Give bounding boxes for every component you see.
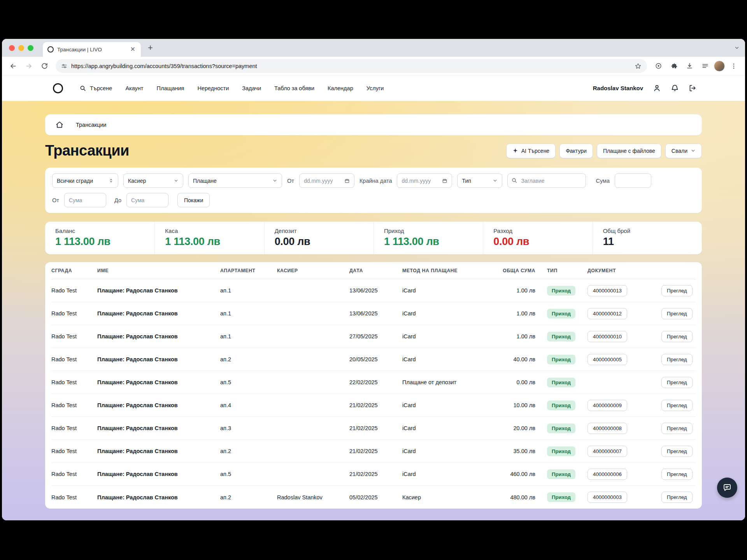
apartment-link[interactable]: ап.2 <box>220 356 231 362</box>
browser-profile-avatar[interactable] <box>714 61 725 72</box>
nav-item-акаунт[interactable]: Акаунт <box>125 85 143 91</box>
invoices-button[interactable]: Фактури <box>559 144 593 158</box>
amount-to-input[interactable] <box>126 193 168 207</box>
view-button[interactable]: Преглед <box>661 377 693 388</box>
document-button[interactable]: 4000000006 <box>587 469 627 480</box>
transaction-name-link[interactable]: Плащане: Радослав Станков <box>97 310 178 317</box>
tab-close-icon[interactable]: ✕ <box>129 46 137 53</box>
building-link[interactable]: Rado Test <box>51 448 77 454</box>
minimize-window-button[interactable] <box>18 45 24 51</box>
nav-item-табло-за-обяви[interactable]: Табло за обяви <box>274 85 314 91</box>
view-button[interactable]: Преглед <box>661 446 693 457</box>
home-icon[interactable] <box>56 121 63 129</box>
building-link[interactable]: Rado Test <box>51 379 77 385</box>
transaction-name-link[interactable]: Плащане: Радослав Станков <box>97 287 178 294</box>
notifications-bell-icon[interactable] <box>671 84 679 92</box>
apartment-link[interactable]: ап.1 <box>220 333 231 340</box>
back-icon[interactable] <box>7 60 20 73</box>
ai-search-button[interactable]: AI Търсене <box>506 144 556 158</box>
view-button[interactable]: Преглед <box>661 492 693 503</box>
user-name[interactable]: Radoslav Stankov <box>593 85 643 91</box>
date-from-input[interactable]: dd.mm.yyyy <box>299 173 354 188</box>
zoom-window-button[interactable] <box>28 45 33 51</box>
cashier-link[interactable]: Radoslav Stankov <box>277 494 323 500</box>
forward-icon[interactable] <box>22 60 35 73</box>
date-to-input[interactable]: dd.mm.yyyy <box>397 173 452 188</box>
document-button[interactable]: 4000000008 <box>587 423 627 434</box>
transaction-name-link[interactable]: Плащане: Радослав Станков <box>97 425 178 431</box>
view-button[interactable]: Преглед <box>661 400 693 411</box>
transaction-name-link[interactable]: Плащане: Радослав Станков <box>97 494 178 500</box>
url-bar[interactable]: https://app.angrybuilding.com/accounts/3… <box>56 59 647 73</box>
document-button[interactable]: 4000000013 <box>587 285 627 296</box>
building-link[interactable]: Rado Test <box>51 425 77 431</box>
document-button[interactable]: 4000000003 <box>587 492 627 503</box>
new-tab-button[interactable]: + <box>146 43 155 53</box>
document-button[interactable]: 4000000007 <box>587 446 627 457</box>
apartment-link[interactable]: ап.5 <box>220 379 231 385</box>
apartment-link[interactable]: ап.2 <box>220 448 231 454</box>
transaction-name-link[interactable]: Плащане: Радослав Станков <box>97 379 178 385</box>
transaction-name-link[interactable]: Плащане: Радослав Станков <box>97 402 178 408</box>
browser-tab[interactable]: Трансакции | LIVO ✕ <box>43 42 141 57</box>
search-lens-icon[interactable] <box>652 60 665 73</box>
document-button[interactable]: 4000000010 <box>587 331 627 342</box>
reading-list-icon[interactable] <box>698 60 712 73</box>
nav-item-услуги[interactable]: Услуги <box>366 85 384 91</box>
building-link[interactable]: Rado Test <box>51 494 77 500</box>
building-link[interactable]: Rado Test <box>51 471 77 477</box>
nav-item-задачи[interactable]: Задачи <box>242 85 261 91</box>
nav-item-календар[interactable]: Календар <box>328 85 353 91</box>
close-window-button[interactable] <box>9 45 15 51</box>
building-link[interactable]: Rado Test <box>51 356 77 362</box>
view-button[interactable]: Преглед <box>661 308 693 319</box>
type-select[interactable]: Тип <box>457 173 502 188</box>
document-button[interactable]: 4000000005 <box>587 354 627 365</box>
amount-input[interactable] <box>615 173 651 188</box>
download-menu-button[interactable]: Свали <box>665 144 702 158</box>
chat-fab-button[interactable] <box>717 478 737 498</box>
building-link[interactable]: Rado Test <box>51 402 77 408</box>
apartment-link[interactable]: ап.4 <box>220 402 231 408</box>
view-button[interactable]: Преглед <box>661 469 693 480</box>
transaction-name-link[interactable]: Плащане: Радослав Станков <box>97 448 178 454</box>
transaction-name-link[interactable]: Плащане: Радослав Станков <box>97 333 178 340</box>
view-button[interactable]: Преглед <box>661 423 693 434</box>
pay-with-files-button[interactable]: Плащане с файлове <box>597 144 661 158</box>
tab-search-chevron-icon[interactable] <box>734 45 740 51</box>
building-link[interactable]: Rado Test <box>51 333 77 340</box>
reload-icon[interactable] <box>38 60 51 73</box>
url-text[interactable]: https://app.angrybuilding.com/accounts/3… <box>71 63 631 69</box>
view-button[interactable]: Преглед <box>661 285 693 296</box>
download-icon[interactable] <box>683 60 696 73</box>
apartment-link[interactable]: ап.3 <box>220 425 231 431</box>
title-search-input[interactable] <box>507 173 586 188</box>
amount-from-input[interactable] <box>64 193 106 207</box>
apartment-link[interactable]: ап.1 <box>220 287 231 294</box>
document-button[interactable]: 4000000012 <box>587 308 627 319</box>
apartment-link[interactable]: ап.5 <box>220 471 231 477</box>
payment-select[interactable]: Плащане <box>188 173 282 188</box>
document-button[interactable]: 4000000009 <box>587 400 627 411</box>
building-select[interactable]: Всички сгради <box>52 173 118 188</box>
cashier-select[interactable]: Касиер <box>123 173 183 188</box>
view-button[interactable]: Преглед <box>661 331 693 342</box>
transaction-name-link[interactable]: Плащане: Радослав Станков <box>97 356 178 362</box>
apartment-link[interactable]: ап.1 <box>220 310 231 317</box>
site-info-icon[interactable] <box>61 63 67 69</box>
browser-menu-icon[interactable] <box>727 60 740 73</box>
apartment-link[interactable]: ап.2 <box>220 494 231 500</box>
livo-logo-icon[interactable] <box>53 83 63 93</box>
view-button[interactable]: Преглед <box>661 354 693 365</box>
profile-icon[interactable] <box>653 84 661 92</box>
nav-item-плащания[interactable]: Плащания <box>157 85 184 91</box>
header-search[interactable]: Търсене <box>79 85 112 92</box>
building-link[interactable]: Rado Test <box>51 287 77 294</box>
nav-item-нередности[interactable]: Нередности <box>197 85 229 91</box>
bookmark-star-icon[interactable] <box>635 63 642 70</box>
show-button[interactable]: Покажи <box>177 193 210 207</box>
logout-icon[interactable] <box>689 84 697 92</box>
transaction-name-link[interactable]: Плащане: Радослав Станков <box>97 471 178 477</box>
extensions-puzzle-icon[interactable] <box>667 60 680 73</box>
building-link[interactable]: Rado Test <box>51 310 77 317</box>
